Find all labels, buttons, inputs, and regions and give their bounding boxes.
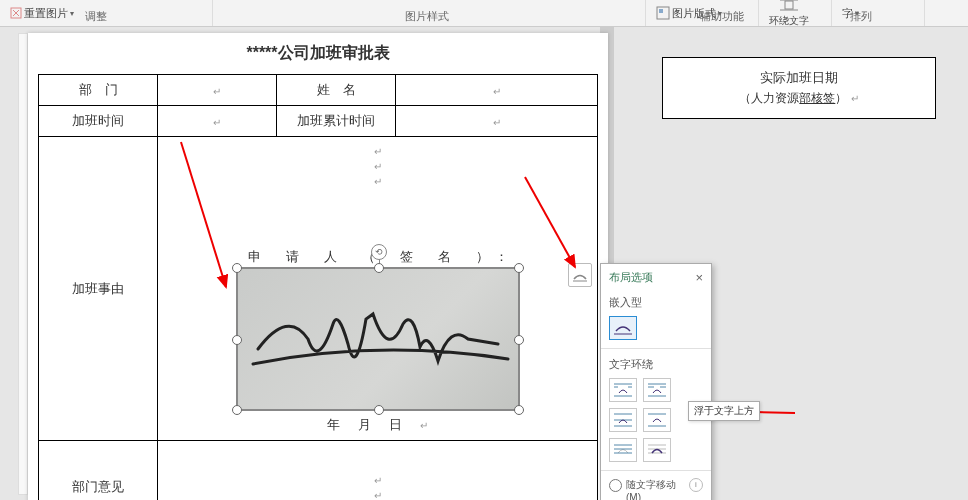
- radio-move-label: 随文字移动(M): [626, 478, 683, 500]
- signature-image[interactable]: ⟲: [237, 268, 519, 410]
- section-wrap: 文字环绕: [601, 353, 711, 374]
- date-month: 月: [358, 417, 389, 432]
- document-area[interactable]: *****公司加班审批表 部 门 ↵ 姓 名 ↵ 加班时间 ↵ 加班累计时间 ↵…: [0, 27, 968, 500]
- date-year: 年: [327, 417, 358, 432]
- reset-icon: [10, 7, 22, 19]
- wrap-square[interactable]: [609, 378, 637, 402]
- group-label-assist: 辅助功能: [700, 9, 744, 24]
- cell-reason-label: 加班事由: [39, 137, 158, 441]
- radio-input[interactable]: [609, 479, 622, 492]
- vertical-ruler: [18, 33, 28, 495]
- wrap-behind[interactable]: [609, 438, 637, 462]
- cell-deptop-body[interactable]: ↵ ↵ 负责人（签名）： 年 月 日↵: [158, 441, 598, 501]
- wrap-text-button[interactable]: 环绕文字: [769, 0, 809, 28]
- wrap-infront[interactable]: [643, 438, 671, 462]
- wrap-topbottom[interactable]: [643, 408, 671, 432]
- reset-image-button[interactable]: 重置图片 ▾: [10, 6, 74, 21]
- group-label-arrange: 排列: [850, 9, 872, 24]
- layout-options-popup: 布局选项 × 嵌入型 文字环绕 随文字移动(M) i: [600, 263, 712, 500]
- dropdown-icon: ▾: [70, 9, 74, 18]
- hr-title: 实际加班日期: [669, 68, 929, 89]
- cell-reason-body[interactable]: ↵ ↵ ↵ 申 请 人 （ 签 名 ）： ⟲: [158, 137, 598, 441]
- info-icon[interactable]: i: [689, 478, 703, 492]
- cell-deptop-label: 部门意见: [39, 441, 158, 501]
- radio-move-with-text[interactable]: 随文字移动(M) i: [601, 475, 711, 500]
- cell-ottotal-label: 加班累计时间: [277, 106, 396, 137]
- cell-ottotal-value[interactable]: ↵: [396, 106, 598, 137]
- cell-name-label: 姓 名: [277, 75, 396, 106]
- cell-dept-label: 部 门: [39, 75, 158, 106]
- date-day: 日: [389, 417, 420, 432]
- wrap-tooltip: 浮于文字上方: [688, 401, 760, 421]
- wrap-text-label: 环绕文字: [769, 14, 809, 28]
- wrap-icon: [780, 0, 798, 12]
- ribbon-group-char: 字▾: [832, 0, 925, 26]
- wrap-tight[interactable]: [643, 378, 671, 402]
- group-label-style: 图片样式: [405, 9, 449, 24]
- svg-rect-2: [659, 9, 663, 13]
- group-label-adjust: 调整: [85, 9, 107, 24]
- approval-form: 部 门 ↵ 姓 名 ↵ 加班时间 ↵ 加班累计时间 ↵ 加班事由 ↵ ↵: [38, 74, 598, 500]
- popup-title: 布局选项: [609, 270, 653, 285]
- cell-name-value[interactable]: ↵: [396, 75, 598, 106]
- signature-stroke: [238, 269, 518, 409]
- ribbon-group-wrap: 环绕文字: [759, 0, 832, 26]
- cell-ottime-value[interactable]: ↵: [158, 106, 277, 137]
- workspace: *****公司加班审批表 部 门 ↵ 姓 名 ↵ 加班时间 ↵ 加班累计时间 ↵…: [0, 27, 968, 500]
- section-inline: 嵌入型: [601, 291, 711, 312]
- applicant-sig-label: 申 请 人 （ 签 名 ）: [248, 249, 495, 264]
- close-icon[interactable]: ×: [695, 270, 703, 285]
- document-page: *****公司加班审批表 部 门 ↵ 姓 名 ↵ 加班时间 ↵ 加班累计时间 ↵…: [28, 33, 608, 500]
- wrap-inline[interactable]: [609, 316, 637, 340]
- layout-options-icon: [572, 268, 588, 282]
- doc-title: *****公司加班审批表: [38, 43, 598, 64]
- reset-image-label: 重置图片: [24, 6, 68, 21]
- hr-subtitle: （人力资源部核签） ↵: [669, 89, 929, 108]
- hr-date-box: 实际加班日期 （人力资源部核签） ↵: [662, 57, 936, 119]
- wrap-through[interactable]: [609, 408, 637, 432]
- cell-ottime-label: 加班时间: [39, 106, 158, 137]
- ribbon: 重置图片 ▾ 图片版式▾ 环绕文字 字▾ 调整 图片样式 辅助功能 排列: [0, 0, 968, 27]
- layout-icon: [656, 6, 670, 20]
- layout-options-button[interactable]: [568, 263, 592, 287]
- svg-rect-3: [785, 1, 793, 9]
- cell-dept-value[interactable]: ↵: [158, 75, 277, 106]
